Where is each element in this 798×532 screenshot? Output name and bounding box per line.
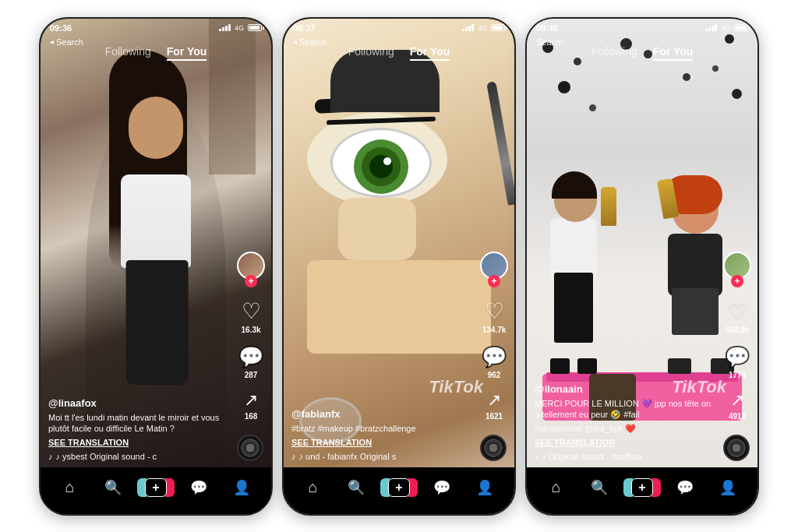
- heart-icon-2: ♡: [485, 298, 504, 324]
- nav-search-2[interactable]: 🔍: [334, 479, 377, 496]
- battery-icon-2: [491, 24, 505, 31]
- tab-foryou-2[interactable]: For You: [410, 45, 450, 61]
- see-translation-3[interactable]: SEE TRANSLATION: [535, 438, 715, 447]
- nav-home-3[interactable]: ⌂: [535, 478, 577, 496]
- bottom-nav-1: ⌂ 🔍 + 💬 👤: [41, 467, 271, 514]
- inbox-icon-3: 💬: [676, 479, 694, 496]
- like-button-2[interactable]: ♡ 134.7k: [482, 298, 507, 334]
- right-actions-3: + ♡ 532.9k 💬 1774 ↗ 4913: [723, 252, 751, 421]
- nav-add-1[interactable]: +: [134, 478, 177, 497]
- avatar-container-2[interactable]: +: [480, 252, 508, 287]
- tab-following-3[interactable]: Following: [591, 45, 637, 61]
- share-icon-1: ↗: [244, 390, 258, 410]
- like-button-1[interactable]: ♡ 16.3k: [241, 298, 260, 334]
- sound-info-1: ♪ ♪ ysbest Original sound - c: [48, 452, 228, 461]
- signal-icon-2: [462, 24, 474, 31]
- status-bar-3: 09:46 4G: [527, 19, 757, 37]
- nav-search-3[interactable]: 🔍: [577, 479, 620, 496]
- sound-text-2: ♪ und - fabianfx Original s: [299, 452, 397, 461]
- tab-following-1[interactable]: Following: [105, 45, 151, 61]
- home-icon-3: ⌂: [552, 478, 561, 496]
- share-button-1[interactable]: ↗ 168: [244, 390, 258, 421]
- profile-icon-2: 👤: [476, 479, 493, 496]
- share-button-2[interactable]: ↗ 1621: [486, 390, 503, 421]
- tab-foryou-1[interactable]: For You: [167, 45, 207, 61]
- follow-button-3[interactable]: +: [731, 275, 743, 287]
- username-2[interactable]: @fabianfx: [291, 408, 471, 420]
- sound-text-3: ♪ Original sound - itsofficia: [542, 452, 643, 461]
- bottom-nav-3: ⌂ 🔍 + 💬 👤: [527, 467, 757, 514]
- share-icon-2: ↗: [487, 390, 501, 410]
- caption-3: MERCI POUR LE MILLION 💜 jpp nos tête on …: [535, 398, 715, 421]
- comment-button-1[interactable]: 💬 287: [238, 345, 263, 379]
- avatar-container-3[interactable]: +: [723, 252, 751, 287]
- vinyl-1: [237, 435, 263, 461]
- sound-info-2: ♪ ♪ und - fabianfx Original s: [291, 452, 471, 461]
- bottom-info-2: @fabianfx #bratz #makeup #bratzchallenge…: [291, 408, 471, 460]
- avatar-container-1[interactable]: +: [237, 252, 265, 287]
- right-actions-2: + ♡ 134.7k 💬 962 ↗ 1621: [480, 252, 508, 421]
- status-icons-2: 4G: [462, 24, 505, 32]
- username-1[interactable]: @linaafox: [48, 397, 228, 409]
- phone-3: TikTok 09:46 4G: [525, 17, 759, 516]
- nav-inbox-1[interactable]: 💬: [178, 479, 221, 496]
- profile-icon-1: 👤: [233, 479, 250, 496]
- comment-icon-2: 💬: [482, 345, 507, 369]
- comment-icon-3: 💬: [725, 345, 750, 369]
- battery-icon-3: [734, 24, 748, 31]
- like-count-2: 134.7k: [482, 326, 507, 334]
- nav-tabs-1: Following For You: [41, 45, 271, 61]
- nav-inbox-2[interactable]: 💬: [421, 479, 464, 496]
- signal-icon-3: [705, 24, 717, 31]
- tab-foryou-3[interactable]: For You: [653, 45, 694, 61]
- nav-profile-3[interactable]: 👤: [707, 479, 750, 496]
- network-label-2: 4G: [478, 24, 487, 32]
- nav-home-1[interactable]: ⌂: [48, 478, 91, 496]
- like-button-3[interactable]: ♡ 532.9k: [726, 298, 750, 334]
- bottom-nav-2: ⌂ 🔍 + 💬 👤: [284, 467, 514, 514]
- status-icons-1: 4G: [219, 24, 262, 32]
- follow-button-1[interactable]: +: [245, 275, 257, 287]
- nav-profile-2[interactable]: 👤: [464, 479, 507, 496]
- caption3-2: #slowmotion @lea_spk ❤️: [535, 423, 715, 434]
- phone-2: TikTok 09:37 4G: [282, 17, 516, 516]
- home-icon-2: ⌂: [309, 478, 318, 496]
- nav-inbox-3[interactable]: 💬: [664, 479, 707, 496]
- inbox-icon-2: 💬: [433, 479, 450, 496]
- username-3[interactable]: @ilonaain: [535, 383, 715, 395]
- status-icons-3: 4G: [705, 24, 748, 32]
- share-count-2: 1621: [486, 412, 503, 421]
- see-translation-1[interactable]: SEE TRANSLATION: [48, 438, 228, 447]
- bottom-info-1: @linaafox Moi tt l'es lundi matin devant…: [48, 397, 228, 461]
- caption-1: Moi tt l'es lundi matin devant le miroir…: [48, 412, 228, 435]
- comment-count-2: 962: [488, 371, 501, 379]
- share-count-3: 4913: [729, 412, 746, 421]
- comment-button-2[interactable]: 💬 962: [482, 345, 507, 379]
- share-button-3[interactable]: ↗ 4913: [729, 390, 746, 421]
- nav-profile-1[interactable]: 👤: [221, 479, 263, 496]
- see-translation-2[interactable]: SEE TRANSLATION: [291, 438, 471, 447]
- nav-add-2[interactable]: +: [377, 478, 420, 497]
- nav-home-2[interactable]: ⌂: [291, 478, 334, 496]
- heart-icon-1: ♡: [242, 298, 261, 324]
- phones-container: 09:36 4G ◂ Search: [0, 0, 798, 532]
- inbox-icon-1: 💬: [190, 479, 207, 496]
- status-time-1: 09:36: [50, 23, 72, 33]
- sound-info-3: ♪ ♪ Original sound - itsofficia: [535, 452, 715, 461]
- follow-button-2[interactable]: +: [488, 275, 500, 287]
- comment-button-3[interactable]: 💬 1774: [725, 345, 750, 379]
- right-actions-1: + ♡ 16.3k 💬 287 ↗ 168: [237, 252, 265, 421]
- nav-tabs-2: Following For You: [284, 45, 514, 61]
- vinyl-2: [480, 435, 507, 461]
- tab-following-2[interactable]: Following: [348, 45, 394, 61]
- network-label-1: 4G: [235, 24, 244, 32]
- phone-1: 09:36 4G ◂ Search: [39, 17, 273, 516]
- signal-icon-1: [219, 24, 231, 31]
- status-time-2: 09:37: [293, 23, 315, 33]
- nav-add-3[interactable]: +: [620, 478, 663, 497]
- network-label-3: 4G: [721, 24, 730, 32]
- search-nav-icon-3: 🔍: [591, 479, 608, 496]
- battery-icon-1: [248, 24, 262, 31]
- nav-search-1[interactable]: 🔍: [91, 479, 134, 496]
- heart-icon-3: ♡: [728, 298, 747, 324]
